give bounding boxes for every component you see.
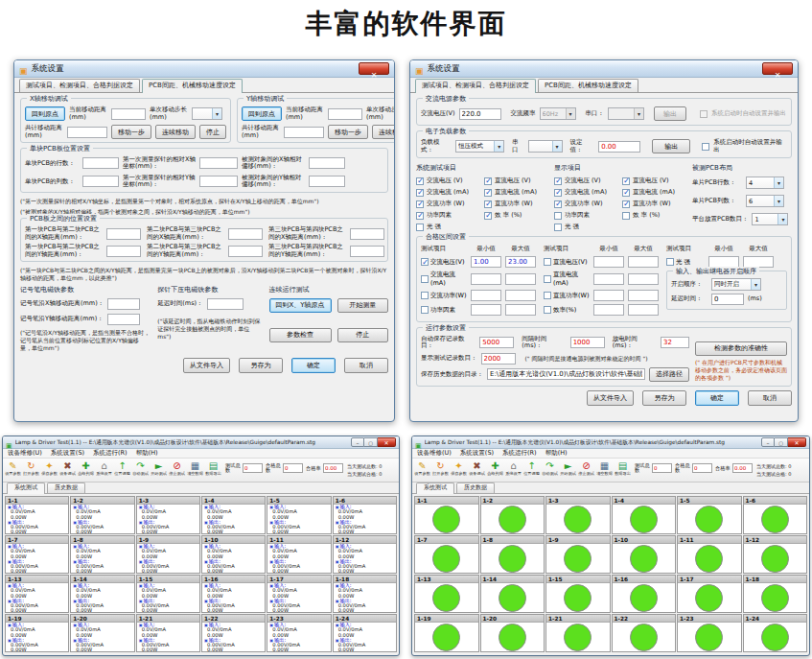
history-dir-input[interactable] xyxy=(487,368,645,380)
maximize-icon[interactable] xyxy=(775,437,788,447)
checkbox[interactable] xyxy=(484,212,492,220)
pcb-cols-input[interactable] xyxy=(82,176,119,187)
test-item-check[interactable]: 功率因素 xyxy=(416,211,478,220)
load-params-icon[interactable]: ↻ 打开参数 xyxy=(431,460,450,476)
menu-settings[interactable]: 系统设置(S) xyxy=(51,449,84,458)
display-item-check[interactable]: 效 率 (%) xyxy=(622,211,684,220)
maximize-icon[interactable] xyxy=(364,437,378,447)
range-min-input[interactable] xyxy=(593,273,624,285)
pcb-gap-input[interactable] xyxy=(350,246,384,257)
range-max-input[interactable] xyxy=(628,273,659,285)
display-item-check[interactable]: 光 强 xyxy=(554,223,616,231)
range-max-input[interactable] xyxy=(505,273,536,285)
clear-data-icon[interactable]: ▦ 清空数据 xyxy=(186,460,204,476)
ac-auto-checkbox[interactable] xyxy=(700,110,708,118)
load-params-icon[interactable]: ↻ 打开参数 xyxy=(22,460,40,476)
discharge-input[interactable] xyxy=(661,337,689,348)
checkbox[interactable] xyxy=(416,189,424,197)
start-test-icon[interactable]: ► 开始测试 xyxy=(150,460,168,476)
test-item-check[interactable]: 交流功率 (W) xyxy=(416,200,478,208)
checkbox[interactable] xyxy=(544,306,551,314)
checkbox[interactable] xyxy=(666,258,674,266)
load-mode-combo[interactable]: 恒压模式 xyxy=(455,140,504,153)
layout-rows-combo[interactable]: 4 xyxy=(746,177,784,189)
save-as-button[interactable]: 另存为 xyxy=(642,390,686,406)
cancel-button[interactable]: 取消 xyxy=(748,390,792,406)
test-item-check[interactable]: 效 率 (%) xyxy=(484,211,546,220)
auto-run-icon[interactable]: ↷ 自动测试 xyxy=(131,460,150,476)
interval-input[interactable] xyxy=(570,337,605,348)
cancel-button[interactable]: 取消 xyxy=(344,358,388,373)
system-config-icon[interactable]: ⌂ 系统设置 xyxy=(504,460,522,476)
relay-order-combo[interactable]: 同时开启 xyxy=(711,278,761,291)
window-titlebar[interactable]: Lamp & Driver Test(1.1) -- E:\通用版本光谱仪(V1… xyxy=(412,436,809,449)
x-move-step-button[interactable]: 移动一步 xyxy=(111,125,151,139)
range-max-input[interactable] xyxy=(628,290,659,301)
tab-pcb-spacing[interactable]: PCB间距、机械移动速度设定 xyxy=(142,79,243,93)
checkbox[interactable] xyxy=(554,177,562,185)
layout-count-combo[interactable]: 1 xyxy=(752,213,788,225)
load-output-button[interactable]: 输出 xyxy=(652,139,690,153)
dialog-titlebar[interactable]: 系统设置 xyxy=(410,60,798,78)
checkbox[interactable] xyxy=(554,212,562,220)
save-params-icon[interactable]: ✦ 保存参数 xyxy=(40,460,58,476)
range-max-input[interactable] xyxy=(628,304,659,316)
checkbox[interactable] xyxy=(622,200,630,208)
range-min-input[interactable] xyxy=(471,304,501,316)
test-item-check[interactable]: 直流功率 (W) xyxy=(484,200,546,208)
window-titlebar[interactable]: Lamp & Driver Test(1.1) -- E:\通用版本光谱仪(V1… xyxy=(3,436,399,449)
menu-device[interactable]: 设备维修(U) xyxy=(417,449,452,458)
edit-params-icon[interactable]: ✎ 设置参数 xyxy=(4,460,22,476)
param-check-button[interactable]: 参数检查 xyxy=(269,328,332,342)
menu-settings[interactable]: 系统设置(S) xyxy=(460,449,494,458)
probe-delay-input[interactable] xyxy=(207,298,244,310)
close-icon[interactable] xyxy=(762,62,793,75)
load-auto-checkbox[interactable] xyxy=(702,143,709,151)
criteria-icon[interactable]: ✚ 合格判据 xyxy=(486,460,504,476)
display-count-input[interactable] xyxy=(481,353,516,365)
checkbox[interactable] xyxy=(421,275,429,283)
menu-help[interactable]: 帮助(H) xyxy=(136,449,158,458)
close-icon[interactable] xyxy=(378,437,396,447)
layout-cols-combo[interactable]: 6 xyxy=(746,195,784,207)
export-data-icon[interactable]: ▤ 数据导出 xyxy=(614,460,632,476)
load-com-combo[interactable] xyxy=(528,140,563,153)
offset-x-input[interactable] xyxy=(309,157,345,169)
x-move-cont-button[interactable]: 连续移动 xyxy=(155,125,196,139)
ac-com-combo[interactable] xyxy=(608,107,644,120)
range-min-input[interactable] xyxy=(593,304,624,316)
position-adjust-icon[interactable]: ↑ 位置调整 xyxy=(522,460,541,476)
start-test-icon[interactable]: ► 开始测试 xyxy=(559,460,577,476)
test-item-check[interactable]: 交流电压 (V) xyxy=(416,177,478,185)
checkbox[interactable] xyxy=(622,212,630,220)
range-min-input[interactable] xyxy=(471,256,501,268)
tab-history[interactable]: 历史数据 xyxy=(47,482,85,493)
xy-home-button[interactable]: 回到X、Y轴原点 xyxy=(269,298,332,313)
y-move-cont-button[interactable]: 连续移动 xyxy=(372,125,395,139)
ok-button[interactable]: 确定 xyxy=(291,358,336,373)
checkbox[interactable] xyxy=(416,212,424,220)
close-icon[interactable] xyxy=(359,62,389,75)
checkbox[interactable] xyxy=(554,224,562,231)
ac-output-button[interactable]: 输出 xyxy=(654,106,686,121)
checkbox[interactable] xyxy=(416,177,424,185)
ok-button[interactable]: 确定 xyxy=(695,390,739,406)
tab-pcb-spacing[interactable]: PCB间距、机械移动速度设定 xyxy=(538,79,638,92)
checkbox[interactable] xyxy=(622,177,630,185)
pcb-gap-input[interactable] xyxy=(228,246,263,257)
y-move-step-button[interactable]: 移动一步 xyxy=(328,125,368,139)
range-min-input[interactable] xyxy=(593,256,624,268)
pcb-gap-input[interactable] xyxy=(106,228,141,240)
range-max-input[interactable] xyxy=(505,304,536,316)
y-home-button[interactable]: 回到原点 xyxy=(242,106,282,121)
y-total-distance-input[interactable] xyxy=(284,127,324,138)
checkbox[interactable] xyxy=(544,258,551,266)
display-item-check[interactable]: 功率因素 xyxy=(554,211,616,220)
checkbox[interactable] xyxy=(416,200,424,208)
ac-volt-input[interactable] xyxy=(459,108,501,120)
checkbox[interactable] xyxy=(421,306,429,314)
display-item-check[interactable]: 交流电压 (V) xyxy=(554,177,616,185)
display-item-check[interactable]: 直流电压 (V) xyxy=(622,177,684,185)
range-min-input[interactable] xyxy=(471,273,501,285)
run-stop-button[interactable]: 停止 xyxy=(337,328,388,342)
